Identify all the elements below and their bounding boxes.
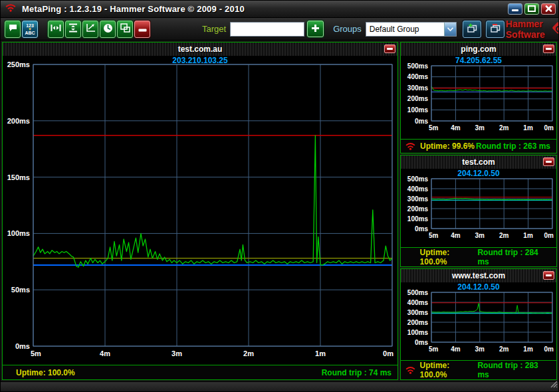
panel-title: test.com.au (178, 45, 223, 54)
graph-scale-button[interactable] (82, 21, 98, 38)
roundtrip-value: Round trip : 283 ms (477, 361, 550, 379)
group-buttons (463, 21, 506, 38)
panel-minimize-button[interactable] (543, 271, 554, 280)
svg-text:50ms: 50ms (11, 286, 30, 294)
svg-text:1m: 1m (523, 124, 533, 132)
svg-text:400ms: 400ms (407, 73, 429, 80)
graph-scale-icon (86, 23, 96, 35)
minus-icon (546, 161, 552, 163)
groups-label: Groups (333, 24, 362, 34)
uptime-value: Uptime: 99.6% (420, 142, 475, 151)
groups-dropdown[interactable]: Default Group (366, 22, 457, 37)
status-message-button[interactable] (5, 21, 21, 38)
chart-ip-label: 203.210.103.25 (3, 56, 397, 65)
svg-text:200ms: 200ms (407, 318, 429, 326)
ping-interval-clock-button[interactable] (100, 21, 116, 38)
panel-title: test.com (462, 157, 495, 167)
chevron-down-icon[interactable] (444, 23, 456, 36)
panel-title: ping.com (461, 45, 496, 54)
side-panel-column: ping.com 74.205.62.55 500ms400ms300ms200… (400, 42, 557, 380)
resize-grip-icon[interactable] (549, 379, 558, 391)
svg-text:200ms: 200ms (407, 95, 429, 102)
svg-text:4m: 4m (451, 124, 461, 132)
panel-test-com: test.com 204.12.0.50 500ms400ms300ms200m… (400, 155, 557, 266)
remove-target-button[interactable] (134, 21, 150, 38)
add-target-button[interactable] (307, 21, 324, 37)
vertical-scale-button[interactable] (65, 21, 81, 38)
maximize-button[interactable] (524, 3, 539, 15)
panel-minimize-button[interactable] (384, 45, 395, 53)
svg-text:3m: 3m (475, 124, 485, 132)
svg-text:1m: 1m (523, 232, 533, 239)
minimize-button[interactable] (508, 3, 522, 15)
panel-www-test-com: www.test.com 204.12.0.50 500ms400ms300ms… (400, 268, 557, 380)
panel-header-test-com-au[interactable]: test.com.au (3, 43, 397, 56)
horizontal-scale-button[interactable] (48, 21, 64, 38)
svg-text:400ms: 400ms (407, 298, 429, 306)
svg-text:0m: 0m (544, 345, 554, 353)
svg-text:3m: 3m (171, 349, 182, 357)
metaping-window: MetaPing : 1.2.3.19 - Hammer Software © … (0, 0, 559, 392)
roundtrip-value: Round trip : 284 ms (477, 248, 550, 266)
minus-icon (387, 48, 393, 50)
sort-targets-button[interactable]: 123▼ABC (22, 21, 38, 38)
svg-text:2m: 2m (499, 124, 509, 132)
clock-icon (103, 23, 113, 35)
arrange-windows-button[interactable] (117, 21, 133, 38)
ping-chart-www-test-com: 204.12.0.50 500ms400ms300ms200ms100ms0ms… (401, 282, 556, 360)
svg-text:5m: 5m (429, 124, 439, 132)
wifi-status-icon (405, 365, 417, 375)
add-group-button[interactable] (463, 21, 481, 38)
title-bar[interactable]: MetaPing : 1.2.3.19 - Hammer Software © … (1, 1, 558, 18)
target-label: Target (202, 24, 226, 34)
target-input[interactable] (230, 22, 304, 37)
brand: Hammer Software (506, 19, 559, 40)
svg-text:300ms: 300ms (407, 195, 429, 203)
ping-chart-ping-com: 74.205.62.55 500ms400ms300ms200ms100ms0m… (401, 56, 556, 139)
uptime-value: Uptime: 100.0% (420, 361, 478, 379)
groups-selected-value: Default Group (366, 25, 444, 34)
panel-ping-com: ping.com 74.205.62.55 500ms400ms300ms200… (400, 42, 557, 153)
svg-text:3m: 3m (475, 345, 485, 353)
status-bar (1, 381, 558, 391)
svg-text:5m: 5m (429, 345, 439, 353)
svg-text:0ms: 0ms (415, 225, 428, 233)
speech-bubble-icon (8, 23, 18, 35)
svg-text:0m: 0m (544, 124, 554, 132)
brand-text: Hammer Software (506, 19, 545, 40)
svg-text:5m: 5m (429, 232, 439, 239)
svg-text:4m: 4m (100, 349, 110, 357)
svg-text:100ms: 100ms (407, 215, 429, 223)
panel-header-test-com[interactable]: test.com (401, 155, 556, 169)
maximize-icon (528, 4, 536, 14)
close-button[interactable] (541, 3, 556, 15)
svg-text:4m: 4m (451, 232, 461, 239)
svg-text:0m: 0m (544, 232, 554, 239)
svg-text:100ms: 100ms (407, 328, 429, 336)
chart-ip-label: 74.205.62.55 (401, 56, 556, 65)
toolbar: 123▼ABC Target Groups Default Group (1, 18, 558, 41)
svg-text:5m: 5m (31, 349, 41, 357)
svg-text:0ms: 0ms (15, 342, 30, 350)
horizontal-scale-icon (51, 24, 61, 34)
remove-group-button[interactable] (486, 21, 504, 38)
chart-ip-label: 204.12.0.50 (401, 169, 556, 178)
groups-section: Groups Default Group (333, 21, 506, 38)
toolbar-group-display: 123▼ABC (5, 21, 39, 38)
svg-text:0ms: 0ms (415, 118, 428, 125)
svg-text:200ms: 200ms (7, 117, 30, 125)
uptime-value: Uptime: 100.0% (420, 248, 478, 266)
svg-text:1m: 1m (523, 345, 533, 353)
panel-title: www.test.com (452, 271, 505, 280)
minus-icon (546, 274, 552, 276)
panel-header-ping-com[interactable]: ping.com (401, 43, 556, 56)
uptime-value: Uptime: 100.0% (16, 368, 75, 377)
cascade-windows-icon (120, 23, 130, 35)
remove-minus-icon (138, 24, 147, 34)
panel-minimize-button[interactable] (543, 157, 554, 166)
svg-text:2m: 2m (499, 232, 509, 239)
panel-header-www-test-com[interactable]: www.test.com (401, 269, 556, 282)
panel-minimize-button[interactable] (543, 45, 554, 53)
roundtrip-value: Round trip : 263 ms (476, 142, 550, 151)
wifi-status-icon (405, 142, 417, 151)
